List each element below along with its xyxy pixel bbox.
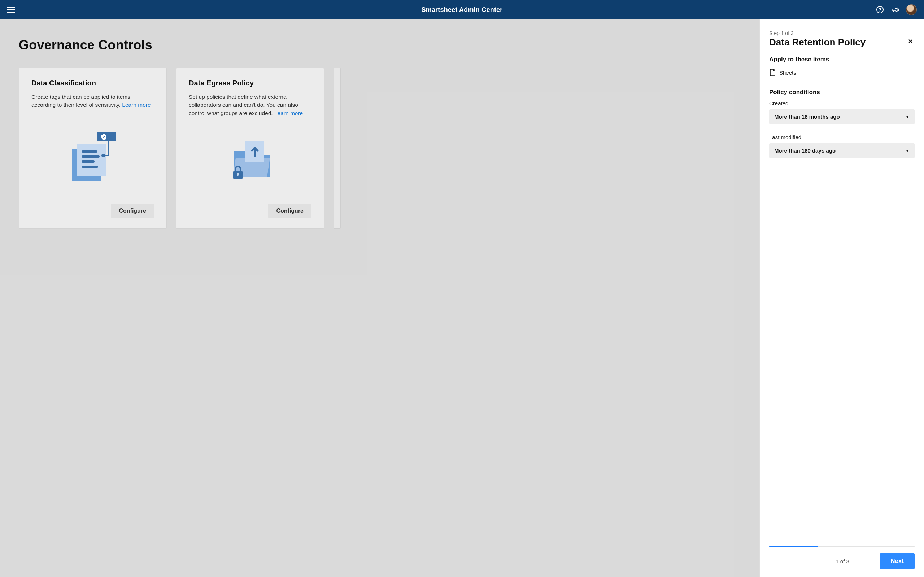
progress-bar (769, 546, 914, 548)
classification-illustration (31, 113, 154, 200)
step-count: 1 of 3 (805, 558, 880, 564)
svg-rect-3 (77, 144, 106, 176)
side-panel: Step 1 of 3 Data Retention Policy ✕ Appl… (759, 19, 924, 577)
card-peek (333, 68, 341, 229)
chevron-down-icon: ▼ (905, 114, 909, 119)
card-description: Set up policies that define what externa… (189, 93, 312, 117)
next-button[interactable]: Next (880, 553, 914, 569)
chevron-down-icon: ▼ (905, 148, 909, 153)
avatar[interactable] (906, 4, 917, 15)
step-indicator: Step 1 of 3 (769, 30, 914, 36)
conditions-section-header: Policy conditions (769, 89, 914, 96)
created-select-value: More than 18 months ago (774, 114, 840, 120)
svg-point-1 (880, 11, 880, 12)
app-title: Smartsheet Admin Center (79, 6, 845, 14)
card-data-classification: Data Classification Create tags that can… (19, 68, 167, 229)
svg-rect-7 (82, 166, 98, 168)
top-bar: Smartsheet Admin Center (0, 0, 924, 19)
configure-button[interactable]: Configure (111, 204, 154, 218)
apply-item-label: Sheets (779, 69, 796, 76)
card-title: Data Egress Policy (189, 79, 312, 87)
modified-select[interactable]: More than 180 days ago ▼ (769, 143, 914, 158)
menu-icon[interactable] (7, 7, 15, 13)
configure-button[interactable]: Configure (268, 204, 312, 218)
help-icon[interactable] (876, 5, 884, 14)
sheet-icon (770, 69, 775, 76)
card-title: Data Classification (31, 79, 154, 87)
learn-more-link[interactable]: Learn more (122, 102, 150, 108)
learn-more-link[interactable]: Learn more (274, 110, 303, 116)
svg-rect-5 (82, 155, 100, 158)
main-content: Governance Controls Data Classification … (0, 19, 924, 577)
created-select[interactable]: More than 18 months ago ▼ (769, 109, 914, 124)
apply-item-sheets: Sheets (769, 68, 914, 82)
close-icon[interactable]: ✕ (906, 37, 914, 46)
modified-label: Last modified (769, 134, 914, 140)
panel-footer: 1 of 3 Next (760, 542, 924, 577)
modified-select-value: More than 180 days ago (774, 148, 835, 154)
card-data-egress: Data Egress Policy Set up policies that … (176, 68, 324, 229)
card-description: Create tags that can be applied to items… (31, 93, 154, 109)
svg-rect-4 (82, 150, 97, 153)
created-label: Created (769, 100, 914, 106)
progress-fill (769, 546, 817, 548)
panel-title: Data Retention Policy (769, 37, 866, 48)
svg-rect-13 (237, 174, 239, 176)
svg-rect-6 (82, 161, 95, 163)
announcement-icon[interactable] (891, 5, 900, 14)
egress-illustration (189, 121, 312, 200)
apply-section-header: Apply to these items (769, 56, 914, 63)
